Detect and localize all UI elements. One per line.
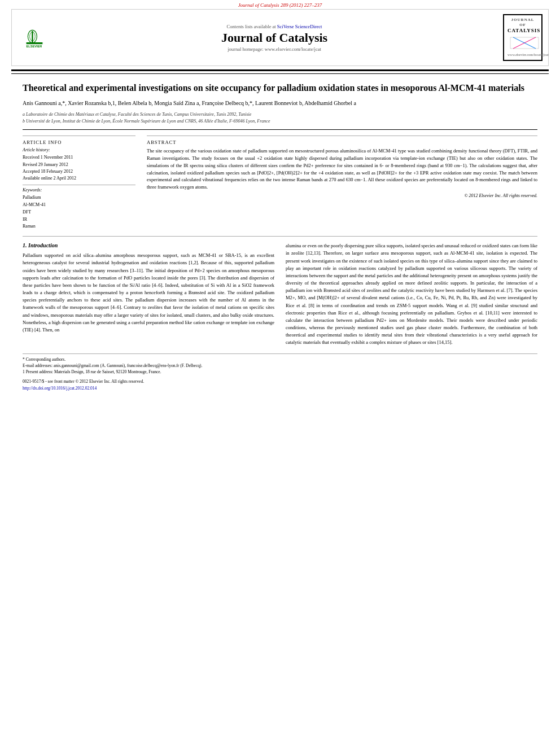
body-content: 1. Introduction Palladium supported on a…	[23, 242, 537, 346]
doi-text: http://dx.doi.org/10.1016/j.jcat.2012.02…	[23, 386, 97, 391]
body-right-column: alumina or even on the poorly dispersing…	[286, 242, 537, 346]
keyword-raman: Raman	[23, 223, 135, 230]
revised-date: Revised 29 January 2012	[23, 161, 135, 168]
logo-subtext: www.elsevier.com/locate/jcat	[508, 53, 538, 58]
article-info-abstract: ARTICLE INFO Article history: Received 1…	[23, 136, 537, 230]
header-divider-thick	[11, 69, 549, 71]
header-divider-thin	[11, 73, 549, 74]
right-text-content: alumina or even on the poorly dispersing…	[286, 243, 537, 345]
available-date: Available online 2 April 2012	[23, 175, 135, 181]
elsevier-tree-icon: ELSEVIER	[23, 27, 46, 49]
affiliation-b: b Université de Lyon, Institut de Chimie…	[23, 118, 537, 125]
email-note: E-mail addresses: anis.gannouni@gmail.co…	[23, 362, 537, 369]
journal-title: Journal of Catalysis	[46, 30, 503, 45]
abstract-heading: ABSTRACT	[147, 139, 537, 145]
authors-text: Anis Gannouni a,*, Xavier Rozanska b,1, …	[23, 100, 356, 106]
history-label: Article history:	[23, 147, 135, 152]
keyword-ir: IR	[23, 216, 135, 224]
present-address-note: 1 Present address: Materials Design, 18 …	[23, 369, 537, 375]
abstract-text: The site occupancy of the various oxidat…	[147, 147, 537, 191]
keywords-list: Palladium Al-MCM-41 DFT IR Raman	[23, 194, 135, 230]
keyword-dft: DFT	[23, 209, 135, 216]
affiliation-a: a Laboratoire de Chimie des Matériaux et…	[23, 111, 537, 118]
logo-line2: CATALYSIS	[508, 28, 538, 34]
keywords-heading: Keywords:	[23, 187, 135, 193]
abstract-column: ABSTRACT The site occupancy of the vario…	[147, 136, 537, 230]
body-divider	[23, 236, 537, 237]
affiliations: a Laboratoire de Chimie des Matériaux et…	[23, 111, 537, 125]
section1-right-text: alumina or even on the poorly dispersing…	[286, 242, 537, 346]
logo-graphic	[508, 34, 541, 51]
journal-ref-text: Journal of Catalysis 289 (2012) 227–237	[238, 2, 322, 8]
footnotes: * Corresponding authors. E-mail addresse…	[23, 353, 537, 375]
received-date: Received 1 November 2011	[23, 154, 135, 160]
sciverse-link[interactable]: SciVerse ScienceDirect	[277, 24, 322, 29]
journal-logo-box: JOURNAL OF CATALYSIS www.elsevier.com/lo…	[503, 14, 542, 61]
logo-line1: JOURNAL OF	[508, 18, 538, 28]
keywords-divider	[23, 185, 135, 185]
article-info-column: ARTICLE INFO Article history: Received 1…	[23, 136, 135, 230]
section1-left-text: Palladium supported on acid silica–alumi…	[23, 252, 274, 334]
article-info-heading: ARTICLE INFO	[23, 139, 135, 145]
contents-text: Contents lists available at	[227, 24, 276, 29]
elsevier-logo: ELSEVIER	[23, 27, 46, 49]
contents-available: Contents lists available at SciVerse Sci…	[46, 24, 503, 29]
corresponding-note: * Corresponding authors.	[23, 356, 537, 362]
content-divider	[23, 129, 537, 130]
journal-reference: Journal of Catalysis 289 (2012) 227–237	[0, 0, 560, 9]
keyword-palladium: Palladium	[23, 194, 135, 202]
issn-line: 0021-9517/$ - see front matter © 2012 El…	[23, 378, 537, 385]
main-content: Theoretical and experimental investigati…	[0, 82, 560, 391]
journal-header: ELSEVIER Contents lists available at Sci…	[11, 9, 549, 66]
svg-rect-0	[27, 42, 43, 44]
paper-title: Theoretical and experimental investigati…	[23, 82, 537, 94]
keyword-almcm41: Al-MCM-41	[23, 202, 135, 209]
authors: Anis Gannouni a,*, Xavier Rozanska b,1, …	[23, 99, 537, 108]
body-left-column: 1. Introduction Palladium supported on a…	[23, 242, 274, 346]
copyright: © 2012 Elsevier Inc. All rights reserved…	[147, 193, 537, 198]
journal-homepage: journal homepage: www.elsevier.com/locat…	[46, 46, 503, 52]
doi-line[interactable]: http://dx.doi.org/10.1016/j.jcat.2012.02…	[23, 385, 537, 391]
accepted-date: Accepted 18 February 2012	[23, 168, 135, 174]
bottom-info: 0021-9517/$ - see front matter © 2012 El…	[23, 378, 537, 391]
svg-text:ELSEVIER: ELSEVIER	[27, 44, 42, 47]
section1-title: 1. Introduction	[23, 242, 274, 248]
